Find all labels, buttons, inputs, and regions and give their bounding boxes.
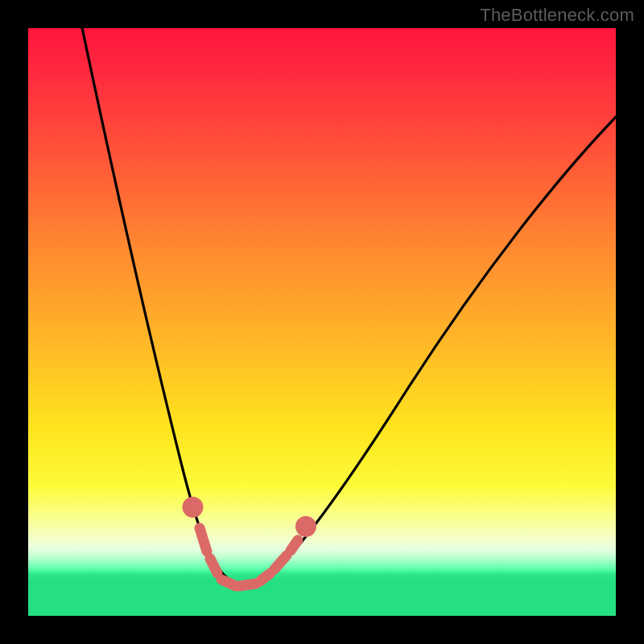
marker-group (188, 502, 312, 587)
chart-frame: TheBottleneck.com (0, 0, 644, 644)
watermark-text: TheBottleneck.com (480, 5, 634, 26)
bottleneck-curve (28, 28, 616, 616)
svg-line-2 (210, 559, 217, 573)
curve-path (80, 28, 616, 586)
svg-point-8 (301, 522, 312, 532)
svg-line-4 (239, 584, 256, 586)
svg-line-5 (260, 573, 270, 581)
svg-line-1 (200, 528, 207, 551)
svg-line-6 (275, 555, 287, 569)
svg-point-0 (188, 502, 198, 513)
svg-line-3 (221, 580, 236, 586)
svg-line-7 (291, 540, 298, 551)
plot-area (28, 28, 616, 616)
